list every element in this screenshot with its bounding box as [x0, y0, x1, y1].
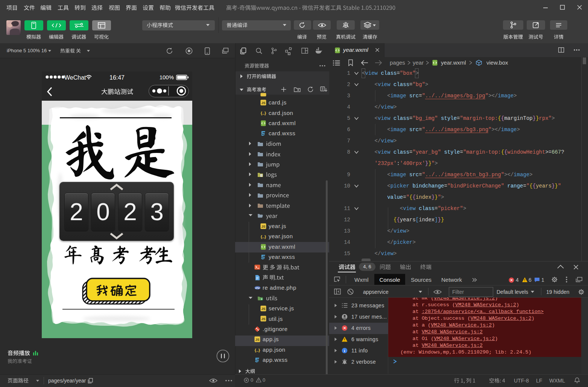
- svg-text:php: php: [255, 286, 260, 289]
- svg-text:{..}: {..}: [261, 111, 266, 115]
- svg-text:JS: JS: [261, 224, 266, 228]
- svg-text:JS: JS: [261, 101, 266, 105]
- svg-text:JS: JS: [255, 338, 260, 342]
- svg-text:{..}: {..}: [255, 348, 260, 352]
- svg-text:JS: JS: [261, 317, 266, 321]
- svg-text:JS: JS: [261, 307, 266, 311]
- svg-text:{..}: {..}: [261, 234, 266, 239]
